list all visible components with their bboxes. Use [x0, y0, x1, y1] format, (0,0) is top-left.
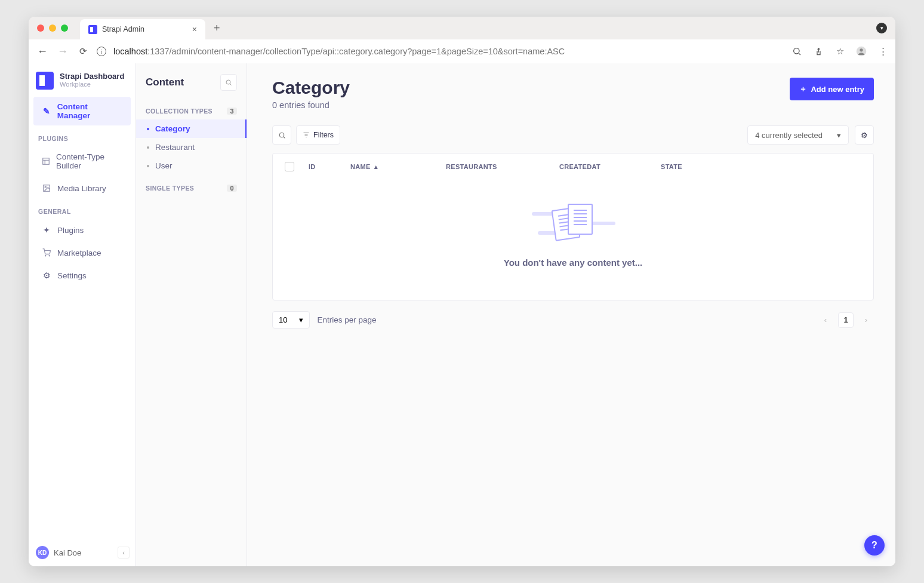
sort-asc-icon: ▴	[374, 163, 378, 171]
table-header: ID NAME▴ RESTAURANTS CREATEDAT STATE	[273, 154, 873, 180]
filters-button[interactable]: Filters	[296, 125, 340, 145]
collection-type-user[interactable]: User	[136, 157, 247, 175]
layout-icon	[42, 157, 50, 166]
search-entries-button[interactable]	[272, 125, 291, 145]
close-window[interactable]	[37, 24, 44, 32]
maximize-window[interactable]	[61, 24, 68, 32]
browser-titlebar: Strapi Admin × +	[29, 17, 895, 39]
filter-icon	[303, 131, 310, 139]
puzzle-icon: ✦	[42, 225, 51, 235]
page-subtitle: 0 entries found	[272, 100, 350, 110]
nav-label: Marketplace	[57, 248, 101, 257]
per-page-label: Entries per page	[317, 315, 376, 324]
bookmark-star-icon[interactable]: ☆	[834, 46, 845, 57]
url-field[interactable]: localhost:1337/admin/content-manager/col…	[113, 47, 565, 56]
close-tab-icon[interactable]: ×	[192, 24, 197, 34]
user-name: Kai Doe	[54, 548, 81, 557]
col-createdat[interactable]: CREATEDAT	[559, 163, 661, 170]
entries-table: ID NAME▴ RESTAURANTS CREATEDAT STATE You…	[272, 153, 874, 300]
svg-point-5	[45, 186, 46, 188]
plus-icon: ＋	[799, 84, 807, 94]
nav-label: Content Manager	[57, 102, 122, 120]
col-state[interactable]: STATE	[661, 163, 861, 170]
page-size-value: 10	[279, 315, 287, 324]
nav-label: Content-Type Builder	[56, 152, 122, 170]
col-id[interactable]: ID	[309, 163, 350, 170]
caret-down-icon: ▾	[299, 315, 303, 324]
page-title: Category	[272, 78, 350, 98]
collection-type-restaurant[interactable]: Restaurant	[136, 138, 247, 157]
content-sidebar: Content COLLECTION TYPES 3 Category Rest…	[136, 63, 247, 566]
single-types-header: SINGLE TYPES 0	[136, 175, 247, 197]
avatar: KD	[36, 546, 49, 559]
kebab-menu-icon[interactable]: ⋮	[877, 46, 888, 57]
gear-icon: ⚙	[42, 271, 51, 280]
brand-subtitle: Workplace	[60, 81, 124, 88]
window-controls[interactable]	[37, 24, 68, 32]
col-restaurants[interactable]: RESTAURANTS	[446, 163, 559, 170]
selected-label: 4 currently selected	[755, 131, 823, 140]
nav-label: Settings	[57, 271, 87, 280]
select-all-checkbox[interactable]	[285, 162, 294, 171]
nav-section-plugins: PLUGINS	[29, 127, 135, 146]
search-content-types-button[interactable]	[220, 74, 237, 91]
collapse-sidebar-button[interactable]: ‹	[118, 547, 130, 559]
svg-point-0	[794, 48, 799, 54]
nav-label: Media Library	[57, 184, 106, 193]
browser-tab[interactable]: Strapi Admin ×	[80, 19, 205, 39]
reload-button[interactable]: ⟳	[76, 46, 90, 57]
add-button-label: Add new entry	[811, 85, 864, 94]
brand-logo	[36, 72, 54, 90]
brand-block: Strapi Dashboard Workplace	[29, 63, 135, 96]
page-number[interactable]: 1	[838, 312, 854, 328]
page-size-select[interactable]: 10 ▾	[272, 311, 310, 329]
nav-label: Plugins	[57, 226, 84, 235]
collection-types-header: COLLECTION TYPES 3	[136, 98, 247, 119]
col-name[interactable]: NAME▴	[350, 163, 446, 171]
forward-button[interactable]: →	[56, 45, 69, 58]
user-footer[interactable]: KD Kai Doe ‹	[29, 539, 135, 566]
tab-overflow-icon[interactable]	[876, 23, 887, 33]
empty-state: You don't have any content yet...	[273, 180, 873, 300]
collection-type-category[interactable]: Category	[136, 119, 247, 138]
svg-point-6	[45, 256, 46, 256]
svg-point-2	[860, 48, 863, 51]
minimize-window[interactable]	[49, 24, 56, 32]
site-info-icon[interactable]: i	[97, 47, 106, 56]
nav-settings[interactable]: ⚙ Settings	[33, 265, 131, 286]
profile-icon[interactable]	[856, 46, 867, 57]
prev-page-button[interactable]: ‹	[818, 312, 833, 328]
empty-illustration	[540, 204, 606, 246]
content-icon: ✎	[42, 106, 51, 116]
back-button[interactable]: ←	[36, 45, 49, 58]
tab-title: Strapi Admin	[102, 25, 144, 33]
table-settings-button[interactable]: ⚙	[855, 125, 874, 145]
nav-marketplace[interactable]: Marketplace	[33, 243, 131, 263]
svg-rect-3	[43, 158, 50, 165]
nav-media-library[interactable]: Media Library	[33, 178, 131, 198]
share-icon[interactable]	[813, 46, 824, 57]
new-tab-button[interactable]: +	[214, 22, 220, 35]
svg-point-8	[226, 80, 230, 84]
collection-count-badge: 3	[227, 108, 237, 115]
nav-content-manager[interactable]: ✎ Content Manager	[33, 97, 131, 125]
add-new-entry-button[interactable]: ＋ Add new entry	[790, 78, 874, 100]
search-icon[interactable]	[791, 46, 802, 57]
content-panel-title: Content	[146, 76, 184, 88]
columns-selected-dropdown[interactable]: 4 currently selected ▾	[747, 125, 849, 145]
nav-content-type-builder[interactable]: Content-Type Builder	[33, 147, 131, 176]
main-content: Category 0 entries found ＋ Add new entry…	[247, 63, 895, 566]
single-count-badge: 0	[227, 185, 237, 192]
filters-label: Filters	[313, 131, 334, 139]
next-page-button[interactable]: ›	[858, 312, 874, 328]
main-sidebar: Strapi Dashboard Workplace ✎ Content Man…	[29, 63, 136, 566]
empty-text: You don't have any content yet...	[273, 257, 873, 268]
help-fab-button[interactable]: ?	[864, 535, 885, 556]
svg-point-9	[279, 133, 284, 137]
nav-section-general: GENERAL	[29, 200, 135, 219]
cart-icon	[42, 248, 51, 257]
image-icon	[42, 183, 51, 193]
nav-plugins[interactable]: ✦ Plugins	[33, 220, 131, 240]
caret-down-icon: ▾	[837, 131, 841, 140]
tab-favicon	[88, 25, 97, 34]
